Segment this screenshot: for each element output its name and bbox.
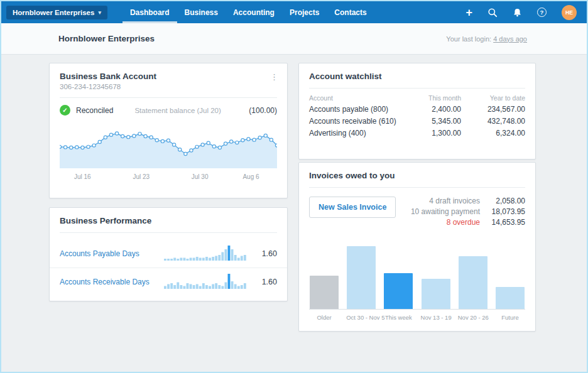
receivable-days-sparkbar [164, 273, 247, 291]
year-to-date-value: 6,324.00 [461, 127, 525, 139]
tab-contacts[interactable]: Contacts [327, 1, 374, 23]
invoice-bar-label: Future [495, 314, 525, 321]
table-row: Accounts receivable (610) 5,345.00 432,7… [309, 115, 525, 127]
help-icon[interactable]: ? [537, 8, 547, 17]
bank-account-number: 306-234-12345678 [60, 83, 277, 90]
payable-days-value: 1.60 [247, 249, 277, 258]
invoices-card-title: Invoices owed to you [309, 171, 525, 180]
table-row: Advertising (400) 1,300.00 6,324.00 [309, 127, 525, 139]
page-title: Hornblower Enterprises [58, 34, 155, 43]
divider [60, 232, 277, 233]
this-month-value: 1,300.00 [397, 127, 461, 139]
account-watchlist-card: Account watchlist Account This month Yea… [298, 63, 536, 159]
last-login-text: Your last login: 4 days ago [446, 35, 527, 43]
org-selector-button[interactable]: Hornblower Enterprises ▾ [6, 6, 107, 19]
bank-account-card: Business Bank Account 306-234-12345678 ⋮… [49, 63, 288, 198]
invoice-bar [495, 287, 525, 309]
business-performance-card: Business Performance Accounts Payable Da… [49, 207, 288, 301]
new-sales-invoice-button[interactable]: New Sales Invoice [309, 197, 396, 218]
invoices-owed-card: Invoices owed to you New Sales Invoice 4… [298, 162, 536, 332]
bank-balance-chart [60, 121, 277, 171]
invoices-bar-chart: OlderOct 30 - Nov 5This weekNov 13 - 19N… [309, 245, 525, 321]
column-header-this-month: This month [397, 93, 461, 103]
nav-right-icons: + ? HE [466, 5, 577, 20]
reconciled-label: Reconciled [76, 106, 113, 115]
tab-dashboard[interactable]: Dashboard [122, 1, 177, 23]
tab-business[interactable]: Business [177, 1, 226, 23]
notifications-bell-icon[interactable] [513, 8, 522, 18]
user-avatar[interactable]: HE [562, 5, 577, 20]
kebab-menu-icon[interactable]: ⋮ [270, 72, 278, 82]
table-row: Accounts payable (800) 2,400.00 234,567.… [309, 103, 525, 115]
column-header-year-to-date: Year to date [461, 93, 525, 103]
overdue-stat: 8 overdue 14,653.95 [411, 218, 525, 227]
column-header-account: Account [309, 93, 397, 103]
tab-accounting[interactable]: Accounting [226, 1, 282, 23]
invoice-bar-label: This week [383, 314, 413, 321]
payable-days-sparkbar [164, 244, 247, 263]
tab-projects[interactable]: Projects [282, 1, 327, 23]
chart-baseline [309, 309, 525, 310]
performance-row-receivable: Accounts Receivable Days 1.60 [50, 268, 287, 296]
statement-balance-label: Statement balance (Jul 20) [134, 107, 220, 114]
accounts-payable-days-link[interactable]: Accounts Payable Days [60, 249, 139, 258]
invoice-bar [458, 256, 488, 309]
invoice-bar [346, 246, 376, 309]
this-month-value: 5,345.00 [397, 115, 461, 127]
dashboard-main: Business Bank Account 306-234-12345678 ⋮… [1, 55, 587, 371]
xero-dashboard-page: Hornblower Enterprises ▾ Dashboard Busin… [1, 1, 587, 372]
x-tick-label: Jul 30 [192, 173, 209, 180]
performance-row-payable: Accounts Payable Days 1.60 [50, 239, 287, 268]
watchlist-card-title: Account watchlist [309, 72, 525, 81]
awaiting-payment-stat: 10 awaiting payment 18,073.95 [411, 207, 525, 216]
account-name: Advertising (400) [309, 127, 397, 139]
x-tick-label: Aug 6 [242, 173, 259, 180]
x-tick-label: Jul 16 [74, 173, 91, 180]
invoice-bar [421, 279, 451, 309]
account-name: Accounts receivable (610) [309, 115, 397, 127]
invoice-bar [309, 276, 339, 309]
performance-card-title: Business Performance [60, 216, 277, 225]
x-tick-label: Jul 23 [133, 173, 150, 180]
bank-chart-x-axis: Jul 16 Jul 23 Jul 30 Aug 6 [60, 173, 277, 183]
draft-invoices-stat: 4 draft invoices 2,058.00 [411, 197, 525, 205]
last-login-link[interactable]: 4 days ago [493, 35, 527, 43]
accounts-receivable-days-link[interactable]: Accounts Receivable Days [60, 278, 150, 286]
watchlist-table: Account This month Year to date Accounts… [309, 93, 525, 139]
top-nav-bar: Hornblower Enterprises ▾ Dashboard Busin… [1, 1, 587, 23]
year-to-date-value: 234,567.00 [461, 103, 525, 115]
invoice-bar-label: Nov 20 - 26 [458, 314, 488, 321]
invoice-bar [383, 273, 413, 309]
nav-tabs: Dashboard Business Accounting Projects C… [122, 1, 374, 23]
page-subheader: Hornblower Enterprises Your last login: … [1, 23, 587, 55]
this-month-value: 2,400.00 [397, 103, 461, 115]
receivable-days-value: 1.60 [247, 278, 277, 286]
invoice-bar-label: Older [309, 314, 339, 321]
invoice-stats: 4 draft invoices 2,058.00 10 awaiting pa… [411, 197, 525, 227]
divider [309, 88, 525, 89]
create-new-icon[interactable]: + [466, 7, 472, 18]
invoice-bar-label: Nov 13 - 19 [421, 314, 451, 321]
bank-card-title: Business Bank Account [60, 72, 277, 81]
invoice-bar-label: Oct 30 - Nov 5 [346, 314, 376, 321]
account-name: Accounts payable (800) [309, 103, 397, 115]
reconciled-check-icon: ✓ [60, 105, 70, 116]
year-to-date-value: 432,748.00 [461, 115, 525, 127]
reconciled-row: ✓ Reconciled Statement balance (Jul 20) … [50, 98, 287, 119]
search-icon[interactable] [487, 8, 498, 18]
chevron-down-icon: ▾ [98, 9, 101, 16]
statement-balance-value: (100.00) [249, 106, 277, 115]
org-selector-label: Hornblower Enterprises [13, 9, 94, 16]
